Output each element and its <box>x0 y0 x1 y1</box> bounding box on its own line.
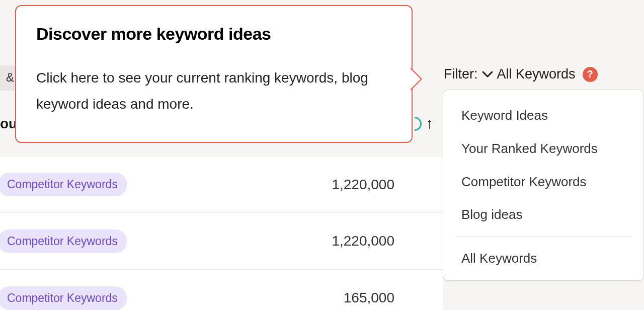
table-row[interactable]: Competitor Keywords 1,220,000 <box>0 156 443 213</box>
filter-label: Filter: <box>444 66 478 82</box>
chevron-down-icon <box>482 66 493 82</box>
keyword-table: Competitor Keywords 1,220,000 Competitor… <box>0 156 443 310</box>
filter-option-your-ranked-keywords[interactable]: Your Ranked Keywords <box>443 132 643 166</box>
keyword-source-tag: Competitor Keywords <box>0 286 127 310</box>
arrow-glyph: ↑ <box>426 115 433 131</box>
keyword-source-tag: Competitor Keywords <box>0 229 127 253</box>
tooltip-callout: Discover more keyword ideas Click here t… <box>15 5 413 143</box>
dropdown-divider <box>455 237 631 237</box>
filter-current-value: All Keywords <box>497 66 576 82</box>
sort-ascending-icon[interactable]: ↑ <box>426 115 433 132</box>
filter-option-keyword-ideas[interactable]: Keyword Ideas <box>443 99 643 132</box>
filter-option-competitor-keywords[interactable]: Competitor Keywords <box>443 166 643 199</box>
callout-pointer <box>411 69 421 89</box>
filter-option-all-keywords[interactable]: All Keywords <box>443 242 643 275</box>
help-glyph: ? <box>587 68 593 80</box>
callout-body: Click here to see your current ranking k… <box>36 65 391 117</box>
keyword-source-tag: Competitor Keywords <box>0 173 127 196</box>
table-row[interactable]: Competitor Keywords 1,220,000 <box>0 213 443 270</box>
keyword-volume-value: 165,000 <box>344 290 394 306</box>
filter-dropdown-trigger[interactable]: Filter: All Keywords ? <box>444 66 598 82</box>
callout-title: Discover more keyword ideas <box>36 24 391 44</box>
help-icon[interactable]: ? <box>583 67 598 82</box>
keyword-volume-value: 1,220,000 <box>332 233 394 249</box>
filter-option-blog-ideas[interactable]: Blog ideas <box>443 198 643 231</box>
filter-dropdown-menu: Keyword Ideas Your Ranked Keywords Compe… <box>443 90 644 281</box>
table-row[interactable]: Competitor Keywords 165,000 <box>0 270 443 310</box>
keyword-volume-value: 1,220,000 <box>332 177 394 193</box>
